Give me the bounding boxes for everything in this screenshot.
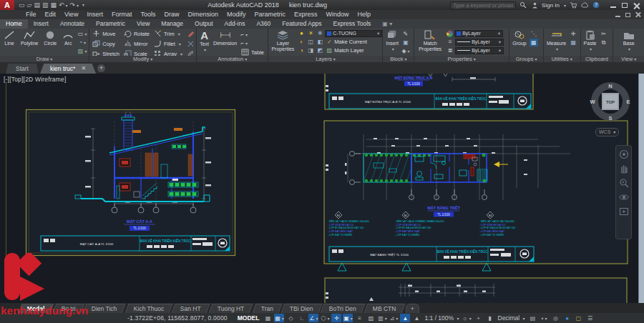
layer-prev-icon[interactable]: ◩ xyxy=(316,46,324,54)
layer-sun-icon[interactable]: ☀ xyxy=(306,29,315,37)
menu-tools[interactable]: Tools xyxy=(136,10,160,19)
move-button[interactable]: Move xyxy=(91,29,121,38)
menu-view[interactable]: View xyxy=(60,10,82,19)
quick-properties-icon[interactable]: ▤ xyxy=(528,314,538,322)
base-button[interactable]: Base▾ xyxy=(622,29,636,52)
undo-icon[interactable]: ↶▾ xyxy=(59,0,68,11)
minimize-icon[interactable] xyxy=(610,6,616,8)
ribbon-tab-annotate[interactable]: Annotate xyxy=(54,19,90,29)
group-button[interactable]: Group xyxy=(511,29,527,47)
ellipse-tool-icon[interactable]: ◔▾ xyxy=(78,39,87,46)
draw-panel-label[interactable]: Draw▾ xyxy=(0,56,89,62)
viewcube-south[interactable]: S xyxy=(608,115,612,121)
annotation-visibility-icon[interactable]: ▲ xyxy=(400,314,410,322)
insert-button[interactable]: Insert▾ xyxy=(384,29,400,52)
match-layer-button[interactable]: Match Layer xyxy=(334,47,364,54)
new-drawing-tab-button[interactable]: + xyxy=(97,64,105,72)
circle-button[interactable]: Circle xyxy=(42,29,58,47)
menu-help[interactable]: Help xyxy=(353,10,376,19)
layer-off-icon[interactable]: ◐ xyxy=(297,38,306,46)
lock-ui-icon[interactable]: ▪▾ xyxy=(540,314,550,322)
explode-button[interactable] xyxy=(185,39,196,48)
layout-tab-model[interactable]: Model xyxy=(19,304,54,313)
layout-tab-san-ht[interactable]: San HT xyxy=(172,304,210,313)
layer-properties-button[interactable]: Layer Properties xyxy=(270,29,296,52)
trim-button[interactable]: Trim▾ xyxy=(152,29,184,38)
doc-close-icon[interactable] xyxy=(635,12,640,17)
copy-button[interactable]: Copy xyxy=(91,39,121,48)
block-edit-icon[interactable]: ✎ xyxy=(401,30,410,38)
ribbon-tab-home[interactable]: Home xyxy=(0,19,28,29)
search-input[interactable] xyxy=(450,1,516,9)
annotation-monitor-icon[interactable]: + xyxy=(474,314,484,322)
line-button[interactable]: Line xyxy=(2,29,16,47)
app-store-icon[interactable] xyxy=(569,1,577,9)
menu-format[interactable]: Format xyxy=(107,10,137,19)
ribbon-tab-express-tools[interactable]: Express Tools xyxy=(328,19,377,29)
multileader-icon[interactable]: ⌐▾ xyxy=(240,39,248,47)
text-button[interactable]: A Text▾ xyxy=(198,29,210,53)
layout-tab-kich-thuoc[interactable]: Kich Thuoc xyxy=(125,304,172,313)
ribbon-tab-parametric[interactable]: Parametric xyxy=(90,19,131,29)
navigation-wheel-icon[interactable] xyxy=(619,149,629,159)
object-snap-tracking-icon[interactable]: ✛ xyxy=(331,314,341,322)
help-icon[interactable]: ? xyxy=(592,1,600,9)
new-layout-button[interactable]: + xyxy=(406,304,419,313)
autoscale-icon[interactable]: ▲ xyxy=(411,314,421,322)
menu-file[interactable]: File xyxy=(21,10,41,19)
layer-lock-icon[interactable]: ◧ xyxy=(316,38,324,46)
show-motion-icon[interactable] xyxy=(619,207,629,217)
dynamic-ucs-icon[interactable]: ⊿▾ xyxy=(389,314,399,322)
erase-button[interactable] xyxy=(185,29,196,38)
viewcube-east[interactable]: E xyxy=(626,99,630,105)
ribbon-tab-manage[interactable]: Manage xyxy=(155,19,189,29)
a360-cloud-icon[interactable] xyxy=(580,1,589,9)
viewcube-top-face[interactable]: TOP xyxy=(606,100,615,104)
viewcube[interactable]: N S W E TOP xyxy=(588,79,633,124)
ribbon-tab-insert[interactable]: Insert xyxy=(28,19,54,29)
rotate-button[interactable]: Rotate xyxy=(122,29,151,38)
graphics-performance-icon[interactable]: ● xyxy=(562,314,572,322)
annotation-scale-button[interactable]: 1:1 / 100% ▾ xyxy=(422,314,461,322)
make-current-button[interactable]: Make Current xyxy=(334,39,366,45)
paste-button[interactable]: Paste▾ xyxy=(582,29,598,52)
menu-modify[interactable]: Modify xyxy=(223,10,250,19)
units-button[interactable]: Decimal ▾ xyxy=(496,314,527,322)
ribbon-tab-featured-apps[interactable]: Featured Apps xyxy=(276,19,327,29)
customization-icon[interactable]: ☰ xyxy=(585,314,595,322)
vertical-scrollbar[interactable] xyxy=(638,74,644,303)
object-snap-icon[interactable]: ▣▾ xyxy=(343,314,353,322)
layout-tab-tuong-ht[interactable]: Tuong HT xyxy=(209,304,253,313)
match-properties-button[interactable]: Match Properties xyxy=(416,29,444,52)
group-edit-icon[interactable]: ▦ xyxy=(530,39,538,46)
layout-tab-dien-tich[interactable]: Dien Tich xyxy=(83,304,126,313)
sign-in-label[interactable]: Sign In xyxy=(542,2,560,9)
annotation-panel-label[interactable]: Annotation▾ xyxy=(197,56,268,62)
quick-calc-icon[interactable]: ▦ xyxy=(569,39,577,46)
modify-panel-label[interactable]: Modify▾ xyxy=(89,56,196,62)
rectangle-tool-icon[interactable]: ▭▾ xyxy=(78,30,87,38)
viewcube-west[interactable]: W xyxy=(590,99,595,105)
copy-clip-icon[interactable]: ⧉ xyxy=(600,39,608,46)
layer-select[interactable]: C-TUONG ▼ xyxy=(325,30,382,37)
viewport-controls-label[interactable]: [-][Top][2D Wireframe] xyxy=(4,76,67,83)
hatch-tool-icon[interactable]: ▨▾ xyxy=(78,47,87,55)
sign-in-icon[interactable] xyxy=(530,1,539,9)
grid-icon[interactable]: ▦ xyxy=(263,314,273,322)
layer-isolate-icon[interactable]: ◫ xyxy=(306,38,315,46)
properties-panel-label[interactable]: Properties▾ xyxy=(414,56,509,62)
tab-close-icon[interactable]: ✕ xyxy=(81,64,86,74)
pan-icon[interactable] xyxy=(619,164,629,174)
selection-cycling-icon[interactable]: ▥▾ xyxy=(377,314,387,322)
layers-panel-label[interactable]: Layers▾ xyxy=(268,56,382,62)
menu-window[interactable]: Window xyxy=(322,10,353,19)
doc-minimize-icon[interactable] xyxy=(615,16,620,17)
viewcube-north[interactable]: N xyxy=(608,83,612,89)
app-menu-button[interactable]: A xyxy=(0,0,14,10)
id-point-icon[interactable]: ✛ xyxy=(569,30,577,38)
units-ruler-icon[interactable]: ▮ xyxy=(485,314,495,322)
ungroup-icon[interactable]: ⋱ xyxy=(530,30,538,38)
polar-tracking-icon[interactable]: ∠▾ xyxy=(308,314,318,322)
file-tab-kien-truc[interactable]: kien truc*✕ xyxy=(40,64,96,74)
save-icon[interactable]: ▤ xyxy=(34,0,40,10)
